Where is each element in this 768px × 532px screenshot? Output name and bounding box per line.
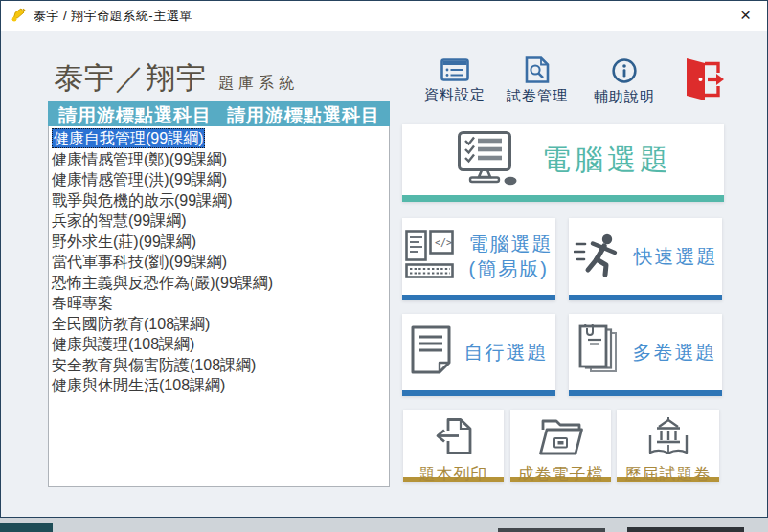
open-folder-disk-icon <box>538 416 584 460</box>
info-circle-icon <box>582 57 666 84</box>
subject-item[interactable]: 安全教育與傷害防護(108課綱) <box>49 354 389 375</box>
computer-select-button[interactable]: 電腦選題 <box>402 124 724 202</box>
subject-item[interactable]: 春暉專案 <box>49 292 389 313</box>
exam-management-label: 試卷管理 <box>495 87 579 105</box>
subject-list-header: 請用游標點選科目 請用游標點選科目 <box>48 101 390 126</box>
window-title: 泰宇 / 翔宇命題系統-主選單 <box>34 8 192 25</box>
self-select-label: 自行選題 <box>464 340 549 366</box>
page-left-arrow-icon <box>433 416 475 460</box>
subject-item[interactable]: 健康情感管理(鄭)(99課綱) <box>49 148 389 169</box>
quick-select-label: 快速選題 <box>634 244 718 270</box>
multi-select-button[interactable]: 多卷選題 <box>569 314 722 396</box>
past-exams-label: 歷屆試題卷 <box>625 463 712 485</box>
subject-item[interactable]: 野外求生(莊)(99課綱) <box>49 231 389 252</box>
help-label: 輔助說明 <box>582 88 666 106</box>
document-lines-icon <box>410 325 452 379</box>
main-window: 泰宇 / 翔宇命題系統-主選單 × 泰宇／翔宇題庫系統 請用游標點選科目 請用游… <box>0 0 768 518</box>
print-booklet-label: 題本列印 <box>419 463 488 485</box>
print-booklet-button[interactable]: 題本列印 <box>403 410 504 482</box>
exit-button[interactable] <box>677 55 727 103</box>
subject-item[interactable]: 健康情感管理(洪)(99課綱) <box>49 168 389 189</box>
data-settings-label: 資料設定 <box>413 86 497 104</box>
stacked-documents-icon <box>575 324 621 380</box>
bank-on-book-icon <box>647 416 689 460</box>
svg-text:</>: </> <box>435 237 452 248</box>
list-window-icon <box>413 58 497 82</box>
subject-item[interactable]: 兵家的智慧(99課綱) <box>49 210 389 231</box>
computer-select-label: 電腦選題 <box>542 141 672 180</box>
self-select-button[interactable]: 自行選題 <box>402 314 555 396</box>
computer-select-easy-button[interactable]: </> 電腦選題 (簡易版) <box>402 218 555 300</box>
document-magnifier-icon <box>495 56 579 83</box>
subject-item[interactable]: 健康與休閒生活(108課綱) <box>49 374 389 395</box>
multi-select-label: 多卷選題 <box>633 340 717 366</box>
monitor-checklist-icon <box>454 131 519 189</box>
subject-item[interactable]: 健康與護理(108課綱) <box>49 333 389 354</box>
subject-item[interactable]: 當代軍事科技(劉)(99課綱) <box>49 251 389 272</box>
brand-logo: 泰宇／翔宇題庫系統 <box>54 58 299 99</box>
subject-listbox[interactable]: 健康自我管理(99課綱) 健康情感管理(鄭)(99課綱) 健康情感管理(洪)(9… <box>48 126 390 487</box>
subject-item-selected[interactable]: 健康自我管理(99課綱) <box>49 127 389 148</box>
subject-header-left: 請用游標點選科目 <box>58 103 212 128</box>
subject-item[interactable]: 恐怖主義與反恐作為(嚴)(99課綱) <box>49 272 389 293</box>
subject-item[interactable]: 全民國防教育(108課綱) <box>49 313 389 334</box>
subject-item[interactable]: 戰爭與危機的啟示(99課綱) <box>49 189 389 211</box>
computer-select-easy-label: 電腦選題 (簡易版) <box>469 232 553 281</box>
desktop-fragment <box>498 528 605 532</box>
brand-subtitle: 題庫系統 <box>218 75 299 91</box>
desktop-fragment <box>627 527 744 532</box>
desktop-fragment <box>0 523 53 532</box>
running-person-icon <box>574 232 621 281</box>
app-icon <box>10 6 27 27</box>
doc-code-keyboard-icon: </> <box>405 230 457 283</box>
data-settings-button[interactable]: 資料設定 <box>413 58 497 104</box>
exam-efile-button[interactable]: 成卷電子檔 <box>510 410 611 482</box>
close-icon[interactable]: × <box>724 1 767 30</box>
exit-door-icon <box>677 55 727 103</box>
help-button[interactable]: 輔助說明 <box>582 57 666 106</box>
exam-efile-label: 成卷電子檔 <box>518 463 604 485</box>
subject-header-right: 請用游標點選科目 <box>227 103 380 128</box>
title-bar: 泰宇 / 翔宇命題系統-主選單 × <box>1 1 767 31</box>
quick-select-button[interactable]: 快速選題 <box>569 218 722 300</box>
exam-management-button[interactable]: 試卷管理 <box>495 56 579 105</box>
brand-title: 泰宇／翔宇 <box>54 61 207 95</box>
past-exams-button[interactable]: 歷屆試題卷 <box>617 410 719 482</box>
